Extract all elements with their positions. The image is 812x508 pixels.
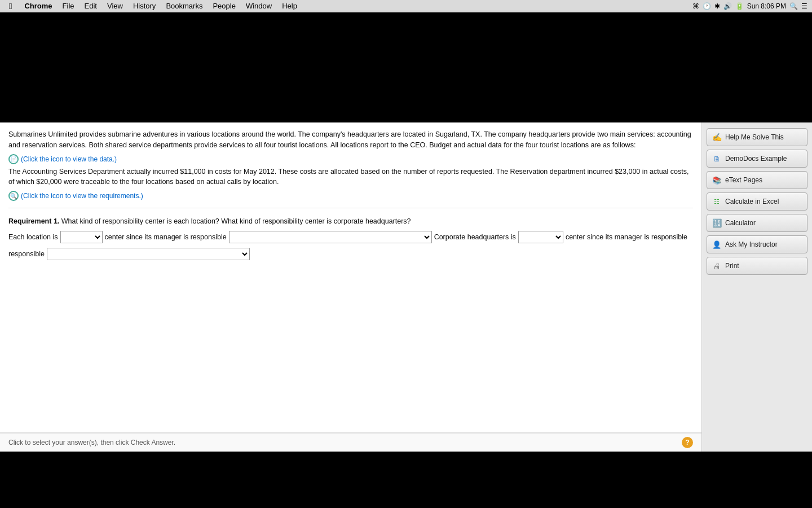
help-solve-icon: ✍ [712,132,722,142]
requirements-link[interactable]: 🔍 (Click the icon to view the requiremen… [8,191,143,201]
text-corp-hq: Corporate headquarters is [434,233,516,241]
apple-menu[interactable]:  [5,0,19,12]
demo-docs-button[interactable]: 🗎 DemoDocs Example [707,150,807,168]
hq-type-dropdown[interactable]: profit cost revenue investment [518,231,563,243]
search-icon[interactable]: 🔍 [789,2,798,10]
ask-instructor-button[interactable]: 👤 Ask My Instructor [707,235,807,253]
menu-view[interactable]: View [103,0,127,12]
text-hq-center-since: center since its manager is responsible [566,233,687,241]
apple-logo:  [9,1,12,11]
wifi-icon: ⌘ [692,2,699,10]
question-paragraph-1: Submarines Unlimited provides submarine … [8,129,693,151]
volume-icon: 🔊 [723,2,732,10]
text-responsible-label: responsible [8,250,45,258]
location-type-dropdown[interactable]: profit cost revenue investment [60,231,103,243]
battery-icon: 🔋 [735,2,744,10]
menu-file[interactable]: File [58,0,79,12]
help-solve-button[interactable]: ✍ Help Me Solve This [707,128,807,146]
calculator-icon: 🔢 [712,218,722,228]
menu-history[interactable]: History [129,0,160,12]
etext-button[interactable]: 📚 eText Pages [707,171,807,189]
excel-button[interactable]: ☷ Calculate in Excel [707,192,807,211]
hq-responsible-dropdown[interactable]: revenues and costs costs only revenues o… [47,248,250,260]
separator [8,208,693,208]
status-bar: Click to select your answer(s), then cli… [0,433,701,452]
menu-people[interactable]: People [208,0,240,12]
data-icon: 📄 [8,154,19,164]
main-area: Submarines Unlimited provides submarine … [0,12,812,508]
sidebar-panel: ✍ Help Me Solve This 🗎 DemoDocs Example … [702,122,812,452]
main-content-panel: Submarines Unlimited provides submarine … [0,122,702,452]
question-body: Submarines Unlimited provides submarine … [0,122,701,433]
etext-icon: 📚 [712,175,722,185]
black-bottom-area [0,452,812,508]
question-paragraph-2: The Accounting Services Department actua… [8,167,693,188]
help-circle-button[interactable]: ? [682,437,693,448]
bluetooth-icon: ✱ [714,2,720,10]
data-link[interactable]: 📄 (Click the icon to view the data.) [8,154,117,164]
print-icon: 🖨 [712,261,722,271]
text-each-location: Each location is [8,233,58,241]
menu-chrome[interactable]: Chrome [20,0,56,12]
content-row: Submarines Unlimited provides submarine … [0,122,812,452]
answer-row-1: Each location is profit cost revenue inv… [8,231,693,243]
menu-bookmarks[interactable]: Bookmarks [161,0,207,12]
magnifier-icon: 🔍 [8,191,19,201]
datetime-display: Sun 8:06 PM [747,2,786,10]
list-icon[interactable]: ☰ [801,2,807,10]
print-button[interactable]: 🖨 Print [707,257,807,275]
requirement-heading: Requirement 1. What kind of responsibili… [8,217,693,225]
location-responsible-dropdown[interactable]: revenues and costs costs only revenues o… [229,231,432,243]
ask-instructor-icon: 👤 [712,239,722,249]
menu-window[interactable]: Window [241,0,276,12]
menu-bar:  Chrome File Edit View History Bookmark… [0,0,812,12]
status-text: Click to select your answer(s), then cli… [8,439,175,446]
calculator-button[interactable]: 🔢 Calculator [707,214,807,232]
clock-icon: 🕐 [703,2,711,10]
text-center-since: center since its manager is responsible [105,233,227,241]
requirement-1-section: Requirement 1. What kind of responsibili… [8,213,693,269]
answer-row-2: responsible revenues and costs costs onl… [8,248,693,260]
menu-edit[interactable]: Edit [80,0,102,12]
menu-help[interactable]: Help [277,0,302,12]
demo-docs-icon: 🗎 [712,154,722,164]
excel-icon: ☷ [712,196,722,207]
black-top-area [0,12,812,122]
